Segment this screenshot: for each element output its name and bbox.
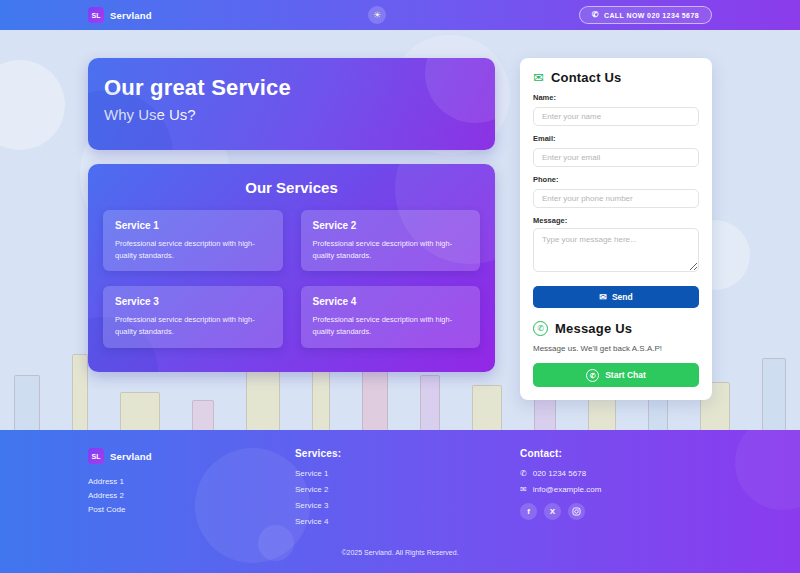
building-shape (762, 358, 786, 430)
footer-email-address: info@example.com (533, 485, 602, 494)
footer-services-heading: Services: (295, 448, 520, 459)
name-label: Name: (533, 93, 699, 102)
whatsapp-icon: ✆ (533, 321, 548, 336)
decorative-circle (735, 430, 800, 510)
phone-label: Phone: (533, 175, 699, 184)
service-card: Service 2 Professional service descripti… (301, 210, 481, 271)
service-description: Professional service description with hi… (313, 314, 469, 337)
footer-services-column: Services: Service 1 Service 2 Service 3 … (295, 448, 520, 533)
left-column: Our great Service Why Use Us? Our Servic… (88, 58, 495, 400)
message-us-heading: ✆ Message Us (533, 321, 699, 336)
footer-link-service-3[interactable]: Service 3 (295, 501, 520, 510)
footer-brand: SL Servland (88, 448, 295, 464)
phone-input[interactable] (533, 189, 699, 208)
service-card: Service 1 Professional service descripti… (103, 210, 283, 271)
brand-name: Servland (110, 10, 152, 21)
send-label: Send (612, 292, 633, 302)
send-button[interactable]: ✉ Send (533, 286, 699, 308)
message-us-title: Message Us (555, 321, 632, 336)
decorative-circle (0, 60, 65, 150)
footer-container: SL Servland Address 1 Address 2 Post Cod… (88, 448, 712, 533)
contact-us-heading: ✉ Contact Us (533, 70, 699, 85)
service-description: Professional service description with hi… (115, 238, 271, 261)
envelope-icon: ✉ (533, 71, 544, 84)
sun-icon: ☀ (373, 11, 381, 20)
service-title: Service 3 (115, 296, 271, 307)
right-column: ✉ Contact Us Name: Email: Phone: Message… (520, 58, 712, 400)
theme-toggle-button[interactable]: ☀ (368, 6, 386, 24)
phone-icon: ✆ (520, 470, 527, 478)
address-line: Address 1 (88, 475, 295, 489)
message-label: Message: (533, 216, 699, 225)
hero-subtitle: Why Use Us? (104, 106, 479, 123)
address-line: Address 2 (88, 489, 295, 503)
envelope-icon: ✉ (520, 486, 527, 494)
start-chat-button[interactable]: ✆ Start Chat (533, 363, 699, 387)
service-description: Professional service description with hi… (115, 314, 271, 337)
footer: SL Servland Address 1 Address 2 Post Cod… (0, 430, 800, 573)
start-chat-label: Start Chat (605, 370, 646, 380)
brand-logo-icon: SL (88, 448, 104, 464)
navbar-brand[interactable]: SL Servland (88, 7, 152, 23)
services-section: Our Services Service 1 Professional serv… (88, 164, 495, 372)
x-icon[interactable]: X (544, 503, 561, 520)
message-us-text: Message us. We'll get back A.S.A.P! (533, 344, 699, 353)
footer-brand-name: Servland (110, 451, 152, 462)
phone-icon: ✆ (590, 372, 596, 379)
copyright-text: ©2025 Servland. All Rights Reserved. (0, 549, 800, 556)
footer-contact-heading: Contact: (520, 448, 712, 459)
footer-address: Address 1 Address 2 Post Code (88, 475, 295, 517)
navbar: SL Servland ☀ ✆ CALL NOW 020 1234 5678 (0, 0, 800, 30)
service-title: Service 4 (313, 296, 469, 307)
social-links: f X (520, 503, 712, 520)
email-input[interactable] (533, 148, 699, 167)
service-card: Service 4 Professional service descripti… (301, 286, 481, 347)
phone-icon: ✆ (592, 11, 599, 19)
service-title: Service 1 (115, 220, 271, 231)
footer-brand-column: SL Servland Address 1 Address 2 Post Cod… (88, 448, 295, 533)
instagram-icon[interactable] (568, 503, 585, 520)
phone-icon: ✆ (537, 325, 544, 333)
footer-phone-link[interactable]: ✆ 020 1234 5678 (520, 469, 712, 478)
contact-us-title: Contact Us (551, 70, 622, 85)
hero-title: Our great Service (104, 75, 479, 101)
service-description: Professional service description with hi… (313, 238, 469, 261)
main-content: Our great Service Why Use Us? Our Servic… (0, 30, 800, 430)
footer-email-link[interactable]: ✉ info@example.com (520, 485, 712, 494)
services-grid: Service 1 Professional service descripti… (103, 210, 480, 348)
call-now-label: CALL NOW 020 1234 5678 (604, 12, 699, 19)
content-container: Our great Service Why Use Us? Our Servic… (88, 58, 712, 400)
page: SL Servland ☀ ✆ CALL NOW 020 1234 5678 (0, 0, 800, 573)
building-shape (72, 354, 88, 430)
footer-contact-column: Contact: ✆ 020 1234 5678 ✉ info@example.… (520, 448, 712, 533)
service-card: Service 3 Professional service descripti… (103, 286, 283, 347)
footer-phone-number: 020 1234 5678 (533, 469, 586, 478)
address-line: Post Code (88, 503, 295, 517)
contact-card: ✉ Contact Us Name: Email: Phone: Message… (520, 58, 712, 400)
message-textarea[interactable] (533, 228, 699, 272)
footer-link-service-1[interactable]: Service 1 (295, 469, 520, 478)
building-shape (14, 375, 40, 430)
hero-banner: Our great Service Why Use Us? (88, 58, 495, 150)
footer-link-service-4[interactable]: Service 4 (295, 517, 520, 526)
footer-link-service-2[interactable]: Service 2 (295, 485, 520, 494)
envelope-icon: ✉ (599, 293, 607, 302)
brand-logo-icon: SL (88, 7, 104, 23)
email-label: Email: (533, 134, 699, 143)
whatsapp-icon: ✆ (586, 369, 599, 382)
name-input[interactable] (533, 107, 699, 126)
service-title: Service 2 (313, 220, 469, 231)
services-heading: Our Services (103, 179, 480, 196)
facebook-icon[interactable]: f (520, 503, 537, 520)
building-shape (192, 400, 214, 430)
call-now-button[interactable]: ✆ CALL NOW 020 1234 5678 (579, 6, 712, 24)
